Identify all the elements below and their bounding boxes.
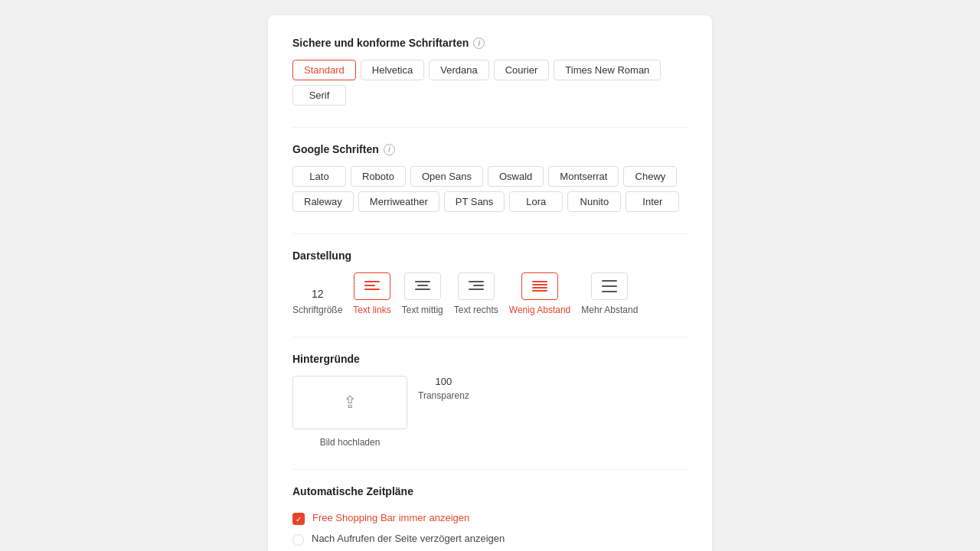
google-font-btn-oswald[interactable]: Oswald [488,166,544,187]
zeitplan-label-0: Free Shopping Bar immer anzeigen [312,512,469,523]
align-btn-3: Wenig Abstand [509,272,571,315]
transparenz-value: 100 [436,376,452,387]
align-icon-box-3[interactable] [521,272,558,300]
upload-label: Bild hochladen [320,437,381,448]
upload-icon: ⇪ [343,393,357,412]
font-size-value: 12 [312,288,324,300]
transparenz-label: Transparenz [418,390,469,401]
align-btn-4: Mehr Abstand [581,272,638,315]
safe-font-btn-verdana[interactable]: Verdana [429,60,488,80]
safe-fonts-grid: StandardHelveticaVerdanaCourierTimes New… [292,60,688,106]
google-font-btn-pt-sans[interactable]: PT Sans [444,191,505,212]
google-fonts-row1: LatoRobotoOpen SansOswaldMontserratChewy [292,166,688,187]
font-size-box: 12 Schriftgröße [292,288,342,315]
upload-button[interactable]: ⇪ [292,376,407,429]
google-font-btn-lora[interactable]: Lora [509,191,563,212]
hintergruende-title: Hintergründe [292,353,688,365]
zeitplaene-list: ✓Free Shopping Bar immer anzeigenNach Au… [292,508,688,551]
safe-fonts-info-icon[interactable]: i [473,37,485,49]
align-label-1: Text mittig [402,305,443,315]
svg-rect-0 [364,281,380,282]
align-btn-0: Text links [353,272,390,315]
zeitplan-item-1[interactable]: Nach Aufrufen der Seite verzögert anzeig… [292,529,688,549]
align-label-2: Text rechts [454,305,498,315]
radio-icon-1 [292,534,304,546]
zeitplan-item-0[interactable]: ✓Free Shopping Bar immer anzeigen [292,508,688,529]
google-font-btn-montserrat[interactable]: Montserrat [548,166,619,187]
safe-fonts-section: Sichere und konforme Schriftarten i Stan… [292,37,688,106]
google-font-btn-open-sans[interactable]: Open Sans [410,166,483,187]
svg-rect-15 [602,291,617,292]
google-font-btn-chewy[interactable]: Chewy [623,166,677,187]
svg-rect-6 [469,281,484,282]
svg-rect-9 [532,281,547,282]
align-label-3: Wenig Abstand [509,305,571,315]
darstellung-section: Darstellung 12 Schriftgröße Text linksTe… [292,249,688,315]
alignment-controls: Text linksText mittigText rechtsWenig Ab… [353,272,638,315]
align-btn-2: Text rechts [454,272,498,315]
safe-font-btn-serif[interactable]: Serif [292,85,346,106]
align-icon-box-2[interactable] [458,272,495,300]
divider-1 [292,127,688,128]
google-font-btn-roboto[interactable]: Roboto [351,166,406,187]
svg-rect-12 [532,290,547,292]
hintergruende-section: Hintergründe ⇪ Bild hochladen 100 Transp… [292,353,688,448]
divider-2 [292,233,688,234]
google-fonts-info-icon[interactable]: i [384,144,395,155]
google-font-btn-lato[interactable]: Lato [292,166,346,187]
safe-fonts-title: Sichere und konforme Schriftarten i [292,37,688,49]
settings-card: Sichere und konforme Schriftarten i Stan… [268,15,712,551]
safe-font-btn-standard[interactable]: Standard [292,60,356,80]
google-fonts-row2: RalewayMerriweatherPT SansLoraNunitoInte… [292,191,688,212]
svg-rect-5 [415,289,430,290]
svg-rect-2 [364,289,380,290]
svg-rect-14 [602,285,617,287]
google-fonts-section: Google Schriften i LatoRobotoOpen SansOs… [292,143,688,212]
zeitplaene-title: Automatische Zeitpläne [292,485,688,497]
align-icon-box-1[interactable] [404,272,441,300]
darstellung-title: Darstellung [292,249,688,262]
safe-font-btn-times-new-roman[interactable]: Times New Roman [554,60,661,80]
svg-rect-7 [473,285,484,286]
align-icon-box-0[interactable] [354,272,390,300]
google-font-btn-raleway[interactable]: Raleway [292,191,354,212]
divider-4 [292,469,688,470]
hintergruende-controls: ⇪ Bild hochladen 100 Transparenz [292,376,688,448]
google-font-btn-inter[interactable]: Inter [626,191,679,212]
checkbox-icon-0: ✓ [292,513,305,525]
google-fonts-title: Google Schriften i [292,143,688,155]
divider-3 [292,337,688,337]
svg-rect-1 [364,285,375,286]
align-label-0: Text links [353,305,390,315]
align-icon-box-4[interactable] [591,272,628,300]
zeitplan-label-1: Nach Aufrufen der Seite verzögert anzeig… [312,533,505,544]
upload-container: ⇪ Bild hochladen [292,376,407,448]
align-label-4: Mehr Abstand [581,305,638,315]
zeitplaene-section: Automatische Zeitpläne ✓Free Shopping Ba… [292,485,688,551]
safe-font-btn-courier[interactable]: Courier [494,60,550,80]
svg-rect-10 [532,284,547,285]
font-size-label: Schriftgröße [292,305,342,315]
svg-rect-13 [602,280,617,282]
align-btn-1: Text mittig [402,272,443,315]
svg-rect-4 [417,285,428,286]
svg-rect-11 [532,287,547,289]
transparenz-box: 100 Transparenz [418,376,469,401]
google-font-btn-nunito[interactable]: Nunito [567,191,621,212]
svg-rect-3 [415,281,430,282]
svg-rect-8 [469,289,484,290]
safe-font-btn-helvetica[interactable]: Helvetica [361,60,424,80]
darstellung-controls: 12 Schriftgröße Text linksText mittigTex… [292,272,688,315]
google-font-btn-merriweather[interactable]: Merriweather [358,191,439,212]
